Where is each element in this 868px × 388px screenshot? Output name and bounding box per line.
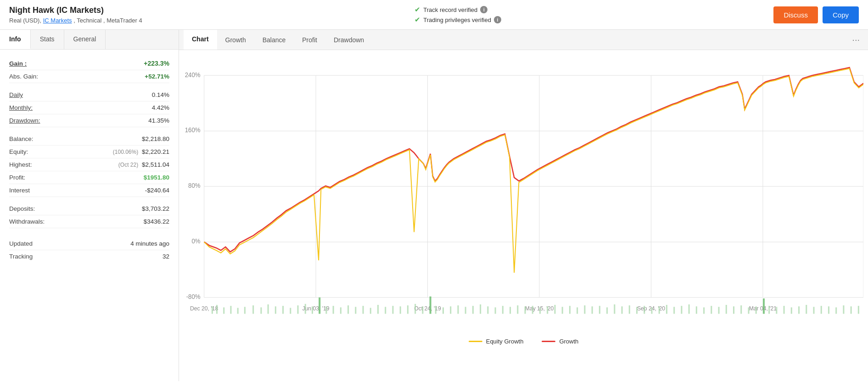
monthly-value: 4.42%: [152, 104, 169, 111]
balance-value: $2,218.80: [142, 135, 169, 142]
profit-row: Profit: $1951.80: [9, 171, 169, 184]
header-actions: Discuss Copy: [773, 6, 859, 23]
copy-button[interactable]: Copy: [823, 6, 859, 23]
svg-rect-50: [407, 305, 409, 314]
trading-privileges-info-icon[interactable]: i: [494, 16, 501, 23]
svg-rect-54: [435, 306, 437, 314]
highest-secondary: (Oct 22): [118, 162, 138, 168]
trading-privileges-badge: ✔ Trading privileges verified i: [414, 16, 501, 24]
growth-line: [204, 67, 863, 252]
track-record-text: Track record verified: [423, 6, 477, 13]
svg-rect-26: [230, 306, 231, 314]
left-tabs-bar: Info Stats General: [0, 30, 179, 50]
drawdown-label[interactable]: Drawdown:: [9, 117, 40, 124]
drawdown-value: 41.35%: [148, 117, 169, 124]
checkmark-icon-2: ✔: [414, 16, 420, 24]
page-subtitle: Real (USD), IC Markets , Technical , Met…: [9, 17, 142, 24]
profit-value: $1951.80: [144, 174, 169, 181]
legend-equity-growth: Equity Growth: [469, 338, 524, 345]
ic-markets-link[interactable]: IC Markets: [43, 17, 72, 24]
chart-more-icon[interactable]: ···: [848, 31, 863, 49]
svg-rect-107: [828, 306, 829, 314]
balance-row: Balance: $2,218.80: [9, 133, 169, 146]
svg-rect-30: [260, 307, 262, 314]
equity-row: Equity: (100.06%) $2,220.21: [9, 146, 169, 158]
svg-rect-40: [333, 306, 334, 314]
svg-text:Jun 03, '19: Jun 03, '19: [302, 305, 330, 312]
equity-value: (100.06%) $2,220.21: [113, 148, 169, 155]
svg-rect-87: [681, 306, 682, 314]
interest-label: Interest: [9, 187, 30, 194]
svg-rect-28: [244, 307, 246, 314]
svg-rect-60: [480, 304, 481, 314]
tracking-row: Tracking 32: [9, 250, 169, 263]
svg-rect-83: [651, 307, 652, 314]
svg-rect-103: [798, 306, 800, 314]
discuss-button[interactable]: Discuss: [773, 6, 818, 23]
deposits-label: Deposits:: [9, 205, 35, 212]
svg-rect-95: [740, 305, 742, 314]
updated-row: Updated 4 minutes ago: [9, 237, 169, 250]
track-record-badge: ✔ Track record verified i: [414, 6, 501, 14]
chart-tab-balance[interactable]: Balance: [254, 31, 294, 49]
chart-tab-chart[interactable]: Chart: [184, 30, 217, 50]
interest-value: -$240.64: [145, 187, 169, 194]
tab-stats[interactable]: Stats: [31, 30, 64, 49]
monthly-label[interactable]: Monthly:: [9, 104, 33, 111]
tracking-value: 32: [162, 253, 169, 260]
chart-tab-growth[interactable]: Growth: [217, 31, 254, 49]
svg-rect-58: [465, 307, 466, 314]
daily-label[interactable]: Daily: [9, 91, 23, 98]
chart-tab-profit[interactable]: Profit: [294, 31, 325, 49]
svg-rect-74: [584, 305, 585, 314]
withdrawals-label: Withdrawals:: [9, 218, 45, 225]
svg-rect-67: [532, 306, 533, 314]
svg-rect-62: [495, 307, 496, 314]
trading-privileges-text: Trading privileges verified: [423, 17, 491, 23]
svg-rect-66: [525, 306, 526, 314]
track-record-info-icon[interactable]: i: [480, 6, 487, 13]
svg-rect-31: [268, 304, 269, 314]
svg-rect-32: [275, 306, 276, 314]
svg-rect-71: [562, 307, 563, 314]
svg-rect-64: [510, 307, 511, 314]
svg-rect-78: [614, 304, 615, 314]
svg-rect-47: [385, 307, 386, 314]
svg-rect-36: [305, 304, 306, 314]
tab-info[interactable]: Info: [0, 30, 31, 49]
svg-rect-109: [843, 305, 844, 314]
deposits-row: Deposits: $3,703.22: [9, 202, 169, 215]
updated-value: 4 minutes ago: [130, 240, 169, 247]
tracking-label: Tracking: [9, 253, 33, 260]
svg-rect-45: [370, 308, 371, 314]
svg-rect-23: [212, 306, 213, 314]
svg-rect-48: [392, 306, 393, 314]
tab-general[interactable]: General: [64, 30, 106, 49]
svg-rect-59: [472, 306, 474, 314]
svg-rect-77: [606, 307, 608, 314]
svg-rect-37: [312, 306, 313, 314]
svg-rect-102: [791, 307, 792, 314]
svg-rect-49: [400, 306, 401, 314]
svg-rect-110: [851, 306, 852, 314]
chart-tab-drawdown[interactable]: Drawdown: [325, 31, 372, 49]
daily-row: Daily 0.14%: [9, 89, 169, 101]
monthly-row: Monthly: 4.42%: [9, 101, 169, 114]
equity-label: Equity:: [9, 148, 28, 155]
svg-rect-79: [622, 306, 623, 314]
svg-rect-85: [666, 305, 667, 314]
svg-rect-72: [569, 306, 571, 314]
svg-rect-91: [711, 306, 712, 314]
svg-text:Dec 20, '18: Dec 20, '18: [190, 305, 218, 312]
svg-rect-70: [554, 305, 555, 314]
svg-rect-41: [340, 307, 342, 314]
gain-row: Gain : +223.3%: [9, 57, 169, 70]
svg-rect-52: [422, 306, 423, 314]
svg-rect-94: [733, 306, 734, 314]
gain-value: +223.3%: [144, 60, 169, 67]
main-container: Info Stats General Gain : +223.3% Abs. G…: [0, 30, 868, 381]
svg-rect-55: [442, 307, 444, 314]
svg-rect-82: [644, 306, 645, 314]
svg-rect-46: [377, 305, 379, 314]
svg-rect-99: [768, 306, 770, 314]
